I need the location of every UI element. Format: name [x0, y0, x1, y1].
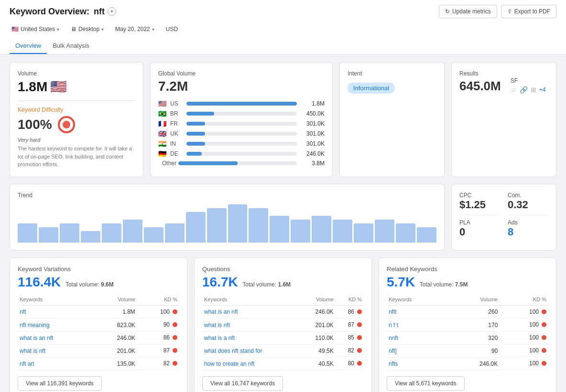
q-title: Questions — [202, 265, 364, 273]
country-bar-fill — [186, 122, 205, 126]
us-flag-icon: 🇺🇸 — [50, 79, 67, 95]
tab-bulk-analysis[interactable]: Bulk Analysis — [47, 38, 95, 54]
keyword-cell[interactable]: nft art — [18, 357, 93, 370]
keyword-cell[interactable]: what is an nft — [202, 306, 301, 319]
trend-card: Trend — [10, 184, 445, 251]
kd-cell: 100 — [500, 306, 548, 318]
kd-cell: 80 — [336, 357, 364, 370]
date-selector[interactable]: May 20, 2022 ▾ — [113, 25, 156, 33]
ads-value: 8 — [508, 226, 548, 238]
country-selector[interactable]: 🇺🇸 United States ▾ — [10, 25, 61, 33]
link-icon[interactable]: 🔗 — [520, 86, 528, 94]
keyword-cell[interactable]: what does nft stand for — [202, 344, 301, 357]
keyword-link[interactable]: what is an nft — [20, 335, 54, 341]
keyword-link[interactable]: nfts — [389, 360, 398, 367]
flag-icon: 🇩🇪 — [158, 150, 166, 158]
trend-bar — [333, 220, 352, 243]
table-row: nfts 246.0K 100 — [387, 357, 548, 370]
sf-more[interactable]: +4 — [539, 86, 546, 93]
trend-bar — [39, 227, 58, 243]
kd-cell: 100 — [500, 318, 548, 331]
com-value: 0.32 — [508, 199, 548, 211]
update-metrics-button[interactable]: ↻ Update metrics — [439, 5, 497, 18]
grid-icon[interactable]: ⊞ — [531, 86, 536, 94]
keyword-cell[interactable]: n f t — [387, 318, 449, 331]
trend-bar — [165, 223, 185, 243]
keyword-link[interactable]: what is a nft — [204, 335, 235, 341]
country-value: 301.0K — [301, 140, 325, 147]
kd-dot — [173, 335, 177, 340]
kv-title: Keyword Variations — [18, 265, 179, 273]
trend-bar — [270, 216, 289, 243]
rk-view-all-button[interactable]: View all 5,671 keywords — [387, 376, 465, 391]
kd-cell: 86 — [137, 331, 179, 344]
volume-value: 1.8M 🇺🇸 — [18, 79, 135, 95]
volume-cell: 260 — [449, 306, 500, 319]
keyword-cell[interactable]: how to create an nft — [202, 357, 301, 370]
keyword-cell[interactable]: nft] — [387, 344, 449, 357]
table-row: what is an nft 246.0K 86 — [18, 331, 179, 344]
keyword-cell[interactable]: what is nft — [18, 344, 93, 357]
q-count: 16.7K — [202, 275, 238, 289]
keyword-link[interactable]: what is nft — [204, 322, 230, 328]
keyword-link[interactable]: nft] — [389, 348, 397, 354]
kd-dot — [173, 322, 177, 327]
trend-bar — [186, 212, 206, 243]
keyword-link[interactable]: nnft — [389, 335, 398, 341]
keyword-link[interactable]: nft art — [20, 360, 34, 367]
keyword-cell[interactable]: nftt — [387, 306, 449, 319]
sf-label: SF — [511, 77, 546, 84]
keyword-link[interactable]: what is an nft — [204, 308, 238, 315]
table-row: nft art 135.0K 82 — [18, 357, 179, 370]
country-value: 301.0K — [301, 120, 325, 127]
intent-card: Intent Informational — [339, 62, 445, 177]
table-row: nftt 260 100 — [387, 306, 548, 319]
keyword-cell[interactable]: what is nft — [202, 318, 301, 331]
keyword-cell[interactable]: nft — [18, 306, 93, 319]
cpc-card: CPC $1.25 Com. 0.32 PLA 0 Ads 8 — [451, 184, 556, 251]
country-code: UK — [170, 130, 183, 137]
related-keywords-card: Related Keywords 5.7K Total volume: 7.5M… — [379, 257, 556, 392]
country-bars: 🇺🇸 US 1.8M 🇧🇷 BR 450.0K 🇫🇷 FR 301.0K 🇬🇧 … — [158, 100, 325, 167]
country-bar-bg — [186, 152, 297, 156]
q-view-all-button[interactable]: View all 16,747 keywords — [202, 376, 283, 391]
table-row: how to create an nft 40.5K 80 — [202, 357, 364, 370]
table-row: nft 1.8M 100 — [18, 306, 179, 319]
table-row: what does nft stand for 49.5K 82 — [202, 344, 364, 357]
keyword-cell[interactable]: nft meaning — [18, 318, 93, 331]
keyword-link[interactable]: nft meaning — [20, 322, 50, 328]
kd-description: The hardest keyword to compete for. It w… — [18, 145, 135, 169]
country-row: 🇫🇷 FR 301.0K — [158, 120, 325, 127]
export-pdf-button[interactable]: ⇪ Export to PDF — [501, 5, 556, 18]
kv-view-all-button[interactable]: View all 116,391 keywords — [18, 376, 102, 391]
keyword-link[interactable]: how to create an nft — [204, 360, 254, 367]
table-row: n f t 170 100 — [387, 318, 548, 331]
kd-cell: 87 — [137, 344, 179, 357]
chevron-down-icon: ▾ — [152, 27, 154, 32]
trend-label: Trend — [18, 192, 436, 199]
kd-dot — [173, 361, 177, 366]
keyword-cell[interactable]: nnft — [387, 331, 449, 344]
star-icon[interactable]: ☆ — [511, 86, 517, 94]
keyword-cell[interactable]: nfts — [387, 357, 449, 370]
add-keyword-button[interactable]: + — [108, 7, 116, 16]
rk-total-label: Total volume: 7.5M — [420, 281, 468, 288]
keyword-link[interactable]: nftt — [389, 308, 397, 315]
intent-badge: Informational — [348, 83, 395, 94]
keyword-variations-card: Keyword Variations 116.4K Total volume: … — [10, 257, 187, 392]
country-bar-fill — [186, 132, 205, 136]
flag-icon: 🇧🇷 — [158, 110, 166, 117]
keyword-link[interactable]: nft — [20, 308, 26, 315]
keyword-link[interactable]: what does nft stand for — [204, 348, 262, 354]
keyword-cell[interactable]: what is a nft — [202, 331, 301, 344]
keyword-cell[interactable]: what is an nft — [18, 331, 93, 344]
keyword-link[interactable]: n f t — [389, 322, 398, 328]
keyword-link[interactable]: what is nft — [20, 348, 45, 354]
volume-label: Volume — [18, 70, 135, 77]
device-selector[interactable]: 🖥 Desktop ▾ — [69, 25, 106, 33]
rk-col-keywords: Keywords — [387, 295, 449, 306]
tab-overview[interactable]: Overview — [10, 38, 47, 54]
kv-count: 116.4K — [18, 275, 61, 289]
trend-bar — [102, 223, 121, 243]
kv-table: Keywords Volume KD % nft 1.8M 100 nft me… — [18, 295, 179, 371]
